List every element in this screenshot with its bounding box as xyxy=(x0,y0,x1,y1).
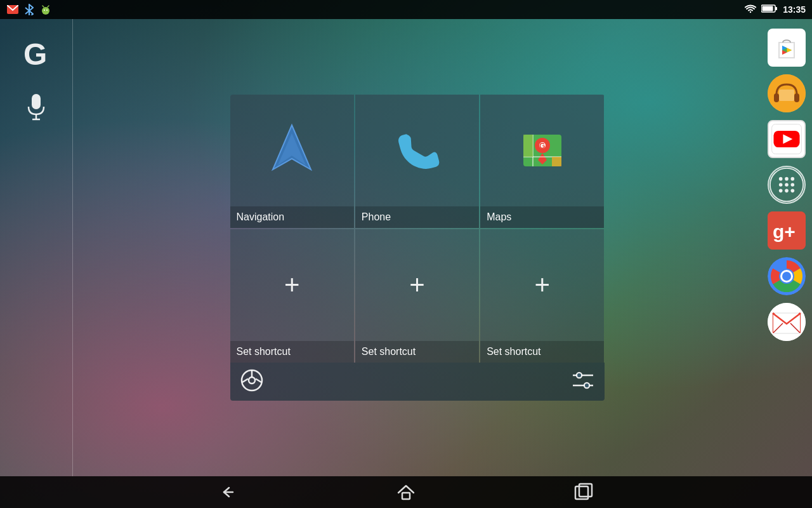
maps-label: Maps xyxy=(480,206,604,228)
phone-shortcut[interactable]: Phone xyxy=(355,95,479,228)
left-sidebar-divider xyxy=(72,19,73,476)
svg-point-56 xyxy=(791,189,795,193)
svg-rect-9 xyxy=(775,7,777,10)
svg-text:G: G xyxy=(23,38,47,70)
status-bar: 13:35 xyxy=(0,0,812,19)
bluetooth-icon xyxy=(23,3,36,16)
shortcuts-widget: Navigation Phone xyxy=(230,95,605,401)
navigation-bar xyxy=(0,476,812,508)
svg-point-54 xyxy=(779,189,783,193)
svg-point-7 xyxy=(46,10,48,11)
add-shortcut-2-icon: + xyxy=(409,272,425,298)
svg-rect-41 xyxy=(794,93,799,102)
recents-button[interactable] xyxy=(574,483,593,502)
navigation-label: Navigation xyxy=(230,206,354,228)
status-bar-notifications xyxy=(6,3,52,16)
chrome-app-icon[interactable] xyxy=(768,257,806,295)
svg-point-36 xyxy=(585,384,589,387)
time-display: 13:35 xyxy=(783,4,806,15)
svg-rect-66 xyxy=(402,493,410,499)
youtube-app-icon[interactable] xyxy=(768,120,806,158)
gmail-app-icon[interactable] xyxy=(768,303,806,341)
voice-search-widget[interactable] xyxy=(14,86,58,130)
set-shortcut-2[interactable]: + Set shortcut xyxy=(355,229,479,363)
set-shortcut-3[interactable]: + Set shortcut xyxy=(480,229,604,363)
steering-wheel-icon[interactable] xyxy=(240,369,263,394)
back-button[interactable] xyxy=(219,484,238,500)
wifi-icon xyxy=(745,4,756,15)
left-sidebar: G xyxy=(0,19,73,476)
main-widget-area: Navigation Phone xyxy=(73,19,761,476)
svg-point-33 xyxy=(577,373,581,377)
svg-line-29 xyxy=(242,379,248,383)
svg-line-5 xyxy=(48,6,49,7)
svg-point-55 xyxy=(785,189,789,193)
svg-rect-3 xyxy=(43,10,48,14)
set-shortcut-3-label: Set shortcut xyxy=(480,341,604,363)
svg-point-6 xyxy=(44,10,45,11)
settings-sliders-icon[interactable] xyxy=(572,371,594,392)
google-search-widget[interactable]: G xyxy=(14,32,58,76)
add-shortcut-1-icon: + xyxy=(284,272,300,298)
svg-point-62 xyxy=(782,272,791,281)
svg-point-53 xyxy=(791,183,795,187)
svg-rect-40 xyxy=(774,93,779,102)
add-shortcut-3-icon: + xyxy=(535,272,551,298)
all-apps-icon[interactable] xyxy=(768,166,806,204)
svg-rect-24 xyxy=(552,157,561,166)
svg-point-48 xyxy=(779,177,783,181)
svg-point-49 xyxy=(785,177,789,181)
gplus-app-icon[interactable]: g+ xyxy=(768,211,806,250)
status-bar-right: 13:35 xyxy=(745,4,806,15)
svg-rect-42 xyxy=(779,90,794,101)
headphones-app-icon[interactable] xyxy=(768,74,806,112)
set-shortcut-1-label: Set shortcut xyxy=(230,341,354,363)
home-button[interactable] xyxy=(396,483,416,502)
shortcuts-grid: Navigation Phone xyxy=(230,95,605,363)
svg-point-50 xyxy=(791,177,795,181)
navigation-shortcut[interactable]: Navigation xyxy=(230,95,354,228)
svg-text:g+: g+ xyxy=(773,221,796,242)
maps-shortcut[interactable]: G Maps xyxy=(480,95,604,228)
set-shortcut-2-label: Set shortcut xyxy=(355,341,479,363)
svg-text:G: G xyxy=(539,142,545,150)
android-notification-icon xyxy=(39,3,52,16)
play-store-icon[interactable] xyxy=(768,29,806,67)
gmail-notification-icon xyxy=(6,3,19,16)
svg-rect-12 xyxy=(32,94,41,109)
set-shortcut-1[interactable]: + Set shortcut xyxy=(230,229,354,363)
svg-point-27 xyxy=(249,377,255,384)
svg-point-52 xyxy=(785,183,789,187)
phone-label: Phone xyxy=(355,206,479,228)
svg-line-4 xyxy=(43,6,44,7)
svg-line-30 xyxy=(256,379,261,383)
svg-rect-10 xyxy=(763,6,773,11)
right-sidebar: g+ xyxy=(761,19,812,476)
svg-rect-23 xyxy=(523,135,533,157)
battery-icon xyxy=(761,4,778,15)
svg-point-51 xyxy=(779,183,783,187)
widget-bottom-bar xyxy=(230,363,605,401)
